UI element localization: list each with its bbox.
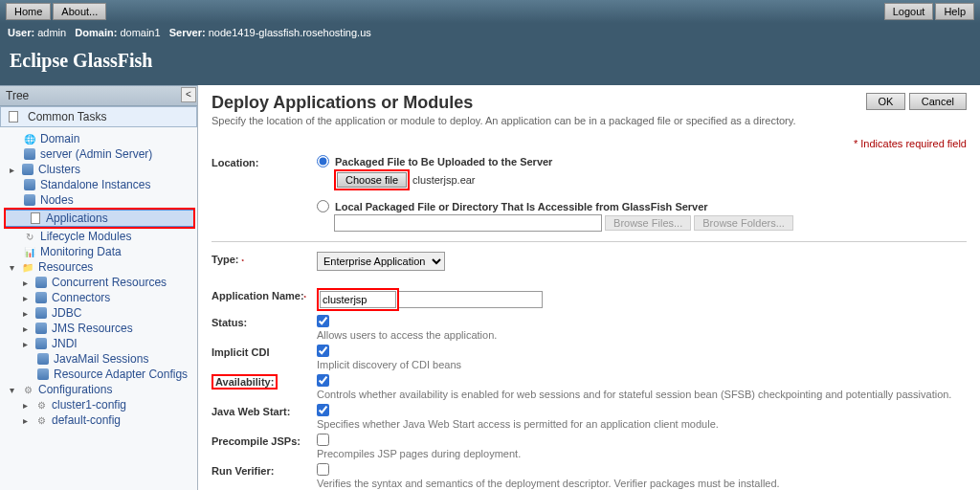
- common-tasks[interactable]: Common Tasks: [0, 106, 197, 127]
- choose-file-button[interactable]: Choose file: [337, 172, 407, 188]
- tree-collapse-button[interactable]: <: [181, 87, 196, 102]
- appname-label: Application Name:*: [212, 288, 317, 311]
- tree-applications[interactable]: Applications: [6, 210, 193, 227]
- tree-lifecycle[interactable]: ↻Lifecycle Modules: [0, 229, 197, 244]
- ok-button[interactable]: OK: [866, 93, 906, 110]
- tree-nodes[interactable]: Nodes: [0, 192, 197, 208]
- tree-rac[interactable]: Resource Adapter Configs: [0, 367, 197, 382]
- precompile-label: Precompile JSPs:: [212, 434, 317, 459]
- verifier-label: Run Verifier:: [212, 463, 317, 489]
- page-title: Deploy Applications or Modules: [212, 93, 795, 113]
- tree-configurations[interactable]: ▾⚙Configurations: [0, 382, 197, 397]
- infobar: User: admin Domain: domain1 Server: node…: [0, 23, 980, 42]
- tree-javamail[interactable]: JavaMail Sessions: [0, 351, 197, 367]
- availability-checkbox[interactable]: [317, 374, 329, 387]
- type-select[interactable]: Enterprise Application: [317, 252, 445, 271]
- cancel-button[interactable]: Cancel: [909, 93, 967, 110]
- tree-concurrent[interactable]: ▸Concurrent Resources: [0, 275, 197, 290]
- local-radio[interactable]: [317, 200, 329, 212]
- precompile-checkbox[interactable]: [317, 434, 329, 446]
- local-path-input[interactable]: [334, 214, 602, 232]
- precompile-help: Precompiles JSP pages during deployment.: [317, 448, 521, 459]
- packaged-label: Packaged File to Be Uploaded to the Serv…: [335, 156, 552, 167]
- status-label: Status:: [212, 315, 317, 341]
- status-help: Allows users to access the application.: [317, 329, 497, 341]
- jws-checkbox[interactable]: [317, 404, 329, 416]
- availability-label: Availability:: [212, 374, 278, 390]
- status-checkbox[interactable]: [317, 315, 329, 327]
- implicit-help: Implicit discovery of CDI beans: [317, 359, 461, 370]
- tree-default-config[interactable]: ▸⚙default-config: [0, 412, 197, 428]
- main-panel: Deploy Applications or Modules Specify t…: [198, 85, 980, 490]
- tree-standalone[interactable]: Standalone Instances: [0, 177, 197, 192]
- tree-jdbc[interactable]: ▸JDBC: [0, 305, 197, 321]
- about-button[interactable]: About...: [53, 3, 106, 20]
- implicit-label: Implicit CDI: [212, 345, 317, 370]
- tree-jndi[interactable]: ▸JNDI: [0, 336, 197, 351]
- appname-input-ext[interactable]: [399, 291, 543, 308]
- tree-resources[interactable]: ▾📁Resources: [0, 259, 197, 275]
- tree-clusters[interactable]: ▸Clusters: [0, 162, 197, 177]
- selected-filename: clusterjsp.ear: [412, 174, 475, 186]
- tree-cluster1-config[interactable]: ▸⚙cluster1-config: [0, 397, 197, 412]
- jws-label: Java Web Start:: [212, 404, 317, 430]
- jws-help: Specifies whether Java Web Start access …: [317, 418, 719, 430]
- home-button[interactable]: Home: [6, 3, 51, 20]
- tree-monitoring[interactable]: 📊Monitoring Data: [0, 244, 197, 259]
- verifier-checkbox[interactable]: [317, 463, 329, 476]
- appname-input[interactable]: [320, 291, 396, 308]
- implicit-checkbox[interactable]: [317, 345, 329, 357]
- verifier-help: Verifies the syntax and semantics of the…: [317, 478, 780, 489]
- help-button[interactable]: Help: [935, 3, 974, 20]
- browse-files-button: Browse Files...: [605, 215, 691, 231]
- page-subtitle: Specify the location of the application …: [212, 115, 795, 126]
- packaged-radio[interactable]: [317, 155, 329, 167]
- required-indicator: * Indicates required field: [212, 138, 967, 149]
- location-label: Location:: [212, 155, 317, 232]
- availability-help: Controls whether availability is enabled…: [317, 389, 951, 400]
- tree-domain[interactable]: 🌐Domain: [0, 131, 197, 146]
- brand-title: Eclipse GlassFish: [0, 42, 980, 85]
- tree-header: Tree <: [0, 85, 197, 106]
- local-label: Local Packaged File or Directory That Is…: [335, 201, 708, 212]
- tree-connectors[interactable]: ▸Connectors: [0, 290, 197, 305]
- topbar: Home About... Logout Help: [0, 0, 980, 23]
- logout-button[interactable]: Logout: [884, 3, 934, 20]
- tree-server[interactable]: server (Admin Server): [0, 146, 197, 162]
- tree-jms[interactable]: ▸JMS Resources: [0, 321, 197, 336]
- sidebar: Tree < Common Tasks 🌐Domain server (Admi…: [0, 85, 198, 490]
- type-label: Type: *: [212, 252, 317, 271]
- browse-folders-button: Browse Folders...: [694, 215, 793, 231]
